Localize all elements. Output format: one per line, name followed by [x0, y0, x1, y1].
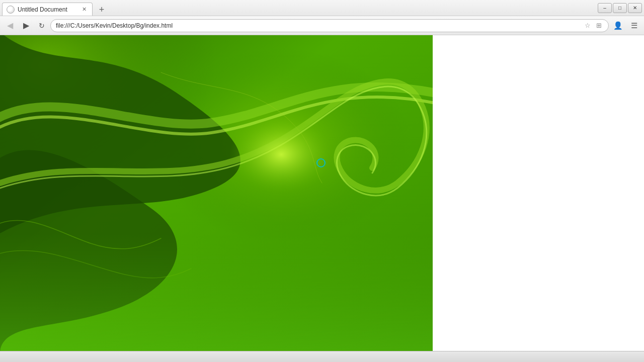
address-icons: ☆ ⊞	[583, 21, 603, 30]
tab-close-button[interactable]: ✕	[80, 6, 88, 14]
refresh-button[interactable]: ↻	[35, 19, 48, 32]
svg-rect-4	[0, 233, 433, 351]
new-tab-button[interactable]: +	[95, 4, 109, 16]
tab-favicon	[7, 6, 15, 14]
back-button[interactable]: ◀	[3, 19, 17, 33]
nav-bar: ◀ ▶ ↻ ☆ ⊞ 👤 ☰	[0, 16, 644, 35]
active-tab[interactable]: Untitled Document ✕	[2, 3, 93, 16]
tab-strip: Untitled Document ✕ +	[0, 0, 598, 16]
maximize-button[interactable]: □	[613, 3, 627, 13]
browser-window: Untitled Document ✕ + – □ ✕ ◀ ▶ ↻ ☆ ⊞ 👤 …	[0, 0, 644, 362]
page-icon[interactable]: ⊞	[594, 21, 603, 30]
side-white-area	[433, 35, 644, 351]
nav-tools: 👤 ☰	[611, 19, 641, 33]
menu-button[interactable]: ☰	[627, 19, 641, 33]
bookmark-star-icon[interactable]: ☆	[583, 21, 592, 30]
user-icon[interactable]: 👤	[611, 19, 625, 33]
status-bar	[0, 351, 644, 362]
tab-label: Untitled Document	[18, 6, 77, 13]
address-bar[interactable]: ☆ ⊞	[50, 19, 609, 32]
close-button[interactable]: ✕	[628, 3, 642, 13]
address-input[interactable]	[56, 22, 580, 29]
forward-button[interactable]: ▶	[19, 19, 33, 33]
browser-viewport	[0, 35, 433, 351]
window-controls: – □ ✕	[598, 0, 644, 16]
background-svg	[0, 35, 433, 351]
title-bar: Untitled Document ✕ + – □ ✕	[0, 0, 644, 16]
minimize-button[interactable]: –	[598, 3, 612, 13]
content-area	[0, 35, 644, 351]
